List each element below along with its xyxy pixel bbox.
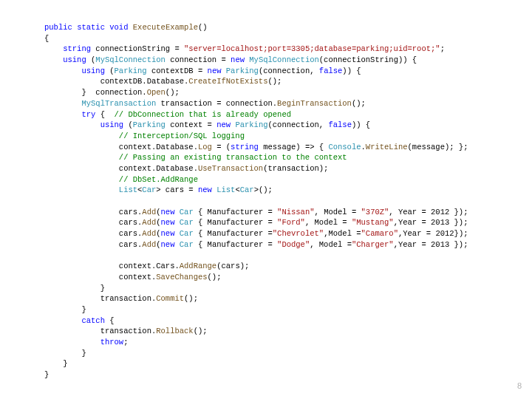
code-text: message) => { — [259, 143, 329, 151]
kw-void: void — [109, 23, 128, 32]
string-literal: "Nissan" — [277, 208, 314, 216]
code-text: contextDB.Database. — [100, 77, 189, 86]
code-text: )) { — [342, 66, 361, 75]
member: Log — [198, 143, 212, 151]
code-text: , Year = 2012 }); — [389, 208, 468, 216]
code-text: (); — [184, 294, 198, 303]
code-text: transaction = connection. — [156, 99, 277, 108]
string-literal: "Camaro" — [361, 229, 398, 238]
code-text: transaction. — [100, 294, 157, 303]
code-text: context. — [119, 273, 156, 282]
code-text: { — [95, 110, 114, 119]
code-text: ( — [123, 120, 133, 129]
type-name: MySqlConnection — [249, 55, 319, 64]
string-literal: "Dodge" — [277, 240, 310, 249]
code-text: context.Cars. — [119, 262, 180, 270]
type-name: Parking — [133, 120, 166, 129]
code-text: > cars = — [156, 185, 198, 194]
member: SaveChanges — [156, 273, 207, 282]
kw-throw: throw — [100, 338, 124, 347]
kw-new: new — [208, 66, 222, 75]
code-text: context.Database. — [119, 164, 198, 173]
code-text: (message); }; — [408, 143, 468, 151]
type-name: Car — [180, 208, 194, 216]
brace: } — [81, 349, 86, 358]
comment: // Interception/SQL logging — [119, 132, 245, 140]
member: Add — [142, 208, 156, 216]
type-name: Car — [180, 218, 194, 227]
kw-new: new — [198, 185, 212, 194]
kw-new: new — [231, 55, 245, 64]
kw-new: new — [216, 120, 231, 129]
type-name: MySqlTransaction — [81, 99, 156, 108]
code-text: (connection, — [268, 120, 329, 129]
code-text: ,Year = 2013 }); — [394, 218, 468, 227]
comment: // DbConnection that is already opened — [115, 110, 291, 119]
code-text: , Model = — [315, 208, 361, 216]
code-text: (); — [208, 273, 222, 282]
code-text: ,Year = 2012}); — [398, 229, 468, 238]
member: Open — [147, 88, 166, 97]
type-name: Parking — [235, 120, 267, 129]
type-name: Parking — [115, 66, 147, 75]
code-text: transaction. — [100, 327, 157, 335]
member: Add — [142, 229, 156, 238]
code-text: , Model = — [310, 240, 352, 249]
semicolon: ; — [440, 44, 445, 53]
code-text: { Manufacturer = — [194, 240, 277, 249]
code-text: ( — [86, 55, 96, 64]
type-name: Parking — [226, 66, 259, 75]
code-text: (); — [166, 88, 180, 97]
code-text: (); — [194, 327, 208, 335]
type-name: Car — [142, 185, 156, 194]
code-text: (transaction); — [263, 164, 328, 173]
code-text: )) { — [352, 120, 370, 129]
page-number: 8 — [517, 381, 522, 392]
kw-static: static — [77, 23, 105, 32]
kw-false: false — [319, 66, 343, 75]
type-name: MySqlConnection — [95, 55, 166, 64]
string-literal: "Chevrolet" — [273, 229, 324, 238]
string-literal: "370Z" — [361, 208, 389, 216]
member: Add — [142, 218, 156, 227]
member: BeginTransaction — [277, 99, 352, 108]
kw-new: new — [161, 208, 175, 216]
type-name: Car — [180, 240, 194, 249]
code-text: cars. — [119, 240, 143, 249]
member: UseTransaction — [198, 164, 263, 173]
kw-catch: catch — [81, 316, 105, 325]
code-text: { Manufacturer = — [194, 208, 277, 216]
brace: { — [44, 34, 49, 43]
method-name: ExecuteExample — [133, 23, 198, 32]
code-text: cars. — [119, 229, 143, 238]
member: AddRange — [180, 262, 216, 270]
code-text: } connection. — [81, 88, 146, 97]
code-text: { Manufacturer = — [194, 218, 277, 227]
kw-false: false — [328, 120, 352, 129]
code-text: { Manufacturer = — [194, 229, 273, 238]
code-text: , Model = — [305, 218, 352, 227]
kw-try: try — [81, 110, 95, 119]
kw-new: new — [161, 240, 175, 249]
code-text: ( — [105, 66, 115, 75]
brace: } — [44, 370, 49, 379]
code-text: contextDB = — [147, 66, 208, 75]
code-text: ,Model = — [324, 229, 361, 238]
comment: // DbSet.AddRange — [119, 175, 198, 184]
kw-new: new — [161, 218, 175, 227]
code-text: (); — [352, 99, 366, 108]
code-text: { — [105, 316, 115, 325]
slide-page: public static void ExecuteExample() { st… — [0, 0, 532, 399]
type-name: Console — [328, 143, 361, 151]
kw-using: using — [81, 66, 105, 75]
member: Add — [142, 240, 156, 249]
kw-string: string — [63, 44, 91, 53]
member: Rollback — [156, 327, 193, 335]
code-text: (connectionString)) { — [319, 55, 417, 64]
code-text: ,Year = 2013 }); — [394, 240, 468, 249]
kw-using: using — [63, 55, 86, 64]
string-literal: "Mustang" — [352, 218, 394, 227]
brace: } — [63, 359, 67, 368]
member: WriteLine — [366, 143, 408, 151]
code-text: = ( — [212, 143, 231, 151]
